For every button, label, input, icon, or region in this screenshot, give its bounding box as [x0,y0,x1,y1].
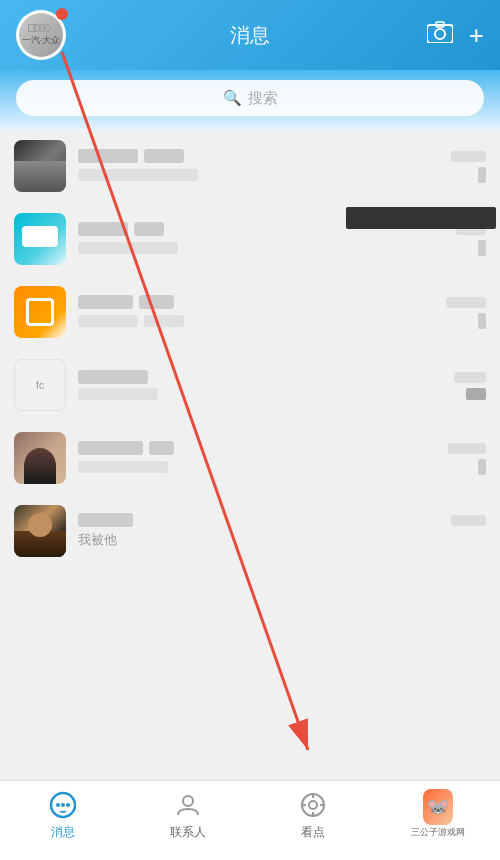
notification-badge [56,8,68,20]
message-content: 我被他 [78,513,486,549]
name-block [78,295,174,309]
page-title: 消息 [230,22,270,49]
avatar [14,432,66,484]
message-content [78,370,486,400]
name-block [78,222,164,236]
name-blur [78,295,133,309]
name-blur-2 [144,149,184,163]
right-lines [466,388,486,400]
list-item[interactable] [0,203,500,276]
name-blur [78,513,133,527]
list-item[interactable]: fc [0,349,500,422]
time-blur [454,372,486,383]
search-container: 🔍 搜索 [0,70,500,130]
search-bar[interactable]: 🔍 搜索 [16,80,484,116]
time-blur [448,443,486,454]
header: 一汽·大众 消息 + [0,0,500,70]
messages-icon [48,790,78,820]
preview-blur-1 [78,315,138,327]
list-item[interactable] [0,130,500,203]
preview-blur [78,388,158,400]
svg-point-9 [183,796,193,806]
name-block [78,513,133,527]
contacts-icon [173,790,203,820]
avatar [14,140,66,192]
svg-point-6 [56,803,60,807]
message-content [78,295,486,329]
preview-blur [78,169,198,181]
svg-point-7 [61,803,65,807]
search-placeholder: 搜索 [248,89,278,108]
avatar: fc [14,359,66,411]
nav-label-logo: 三公子游戏网 [411,826,465,839]
preview-blur [78,461,168,473]
name-block [78,441,174,455]
name-blur [78,441,143,455]
list-item[interactable]: 我被他 [0,495,500,568]
time-blur [451,151,486,162]
right-indicator [478,240,486,256]
discover-icon [298,790,328,820]
time-blur [451,515,486,526]
message-content [78,441,486,475]
preview-row [78,315,184,327]
bottom-navigation: 消息 联系人 看点 🐭 三公 [0,780,500,860]
preview-blur-2 [144,315,184,327]
nav-item-logo[interactable]: 🐭 三公子游戏网 [375,792,500,839]
camera-button[interactable] [427,21,453,49]
right-indicator [478,167,486,183]
name-block [78,370,148,384]
avatar-label: 一汽·大众 [22,34,61,47]
avatar-image: 一汽·大众 [19,13,63,57]
message-content [78,149,486,183]
add-button[interactable]: + [469,20,484,51]
name-blur-2 [149,441,174,455]
name-blur [78,149,138,163]
name-blur [78,222,128,236]
logo-icon: 🐭 [423,792,453,822]
name-blur-2 [139,295,174,309]
search-icon: 🔍 [223,89,242,107]
list-item[interactable] [0,422,500,495]
list-item[interactable] [0,276,500,349]
right-indicator [478,459,486,475]
nav-label-discover: 看点 [301,824,325,841]
header-left: 一汽·大众 [16,10,66,60]
nav-item-discover[interactable]: 看点 [250,790,375,841]
preview-blur [78,242,178,254]
name-blur-2 [134,222,164,236]
svg-point-1 [435,29,445,39]
header-right: + [427,20,484,51]
name-blur [78,370,148,384]
svg-point-11 [309,801,317,809]
time-blur [446,297,486,308]
avatar [14,213,66,265]
svg-point-8 [66,803,70,807]
avatar [14,505,66,557]
avatar [14,286,66,338]
message-list: fc [0,130,500,780]
name-block [78,149,184,163]
nav-label-contacts: 联系人 [170,824,206,841]
nav-item-contacts[interactable]: 联系人 [125,790,250,841]
nav-item-messages[interactable]: 消息 [0,790,125,841]
preview-text: 我被他 [78,531,117,549]
right-indicator [478,313,486,329]
nav-label-messages: 消息 [51,824,75,841]
